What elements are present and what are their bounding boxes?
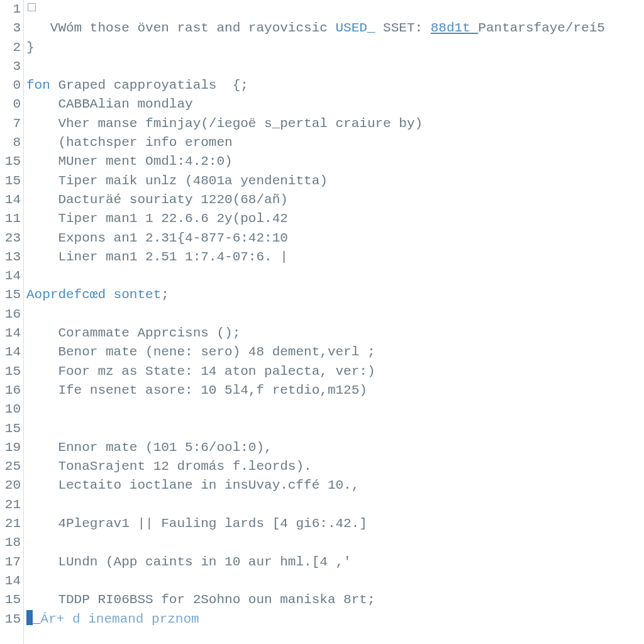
- line-number: 15: [0, 610, 21, 629]
- code-text: ;: [161, 287, 169, 302]
- code-line[interactable]: [26, 533, 644, 552]
- line-number: 17: [0, 553, 21, 572]
- code-line[interactable]: [26, 267, 644, 286]
- code-text: Ife nsenet asore: 10 5l4,f retdio,m125): [26, 383, 367, 397]
- line-number: 3: [0, 57, 21, 76]
- code-line[interactable]: Vher manse fminjay(/iegoë s_pertal craiu…: [26, 114, 644, 133]
- code-line[interactable]: [26, 400, 644, 419]
- code-text: VWóm those öven rast and rayovicsic: [26, 21, 335, 35]
- line-number: 10: [0, 400, 21, 419]
- code-text: Ennor mate (101 5:6/ool:0),: [26, 440, 272, 455]
- line-number: 21: [0, 514, 21, 533]
- code-line[interactable]: Liner man1 2.51 1:7.4-07:6. |: [26, 248, 644, 267]
- line-number: 14: [0, 343, 21, 362]
- code-line[interactable]: [26, 0, 644, 19]
- code-line[interactable]: Tiper maík unlz (4801a yendenitta): [26, 172, 644, 191]
- code-line[interactable]: fon Graped capproyatials {;: [26, 76, 644, 95]
- line-number: 14: [0, 191, 21, 209]
- line-number-gutter: 1323007815151411231314151614141516101519…: [0, 0, 24, 644]
- code-text: LUndn (App caints in 10 aur hml.[4 ,': [26, 555, 352, 569]
- code-line[interactable]: Expons an1 2.31{4-877-6:42:10: [26, 229, 644, 248]
- code-text: Corammate Apprcisns ();: [26, 326, 240, 340]
- code-text: Lectaito ioctlane in insUvay.cffé 10.,: [26, 478, 359, 492]
- code-line[interactable]: }: [26, 38, 644, 57]
- keyword: fon: [26, 78, 58, 92]
- code-line[interactable]: Lectaito ioctlane in insUvay.cffé 10.,: [26, 476, 644, 495]
- code-editor[interactable]: 1323007815151411231314151614141516101519…: [0, 0, 644, 644]
- code-line[interactable]: 4Plegrav1 || Fauling lards [4 gi6:.42.]: [26, 514, 644, 533]
- line-number: 15: [0, 591, 21, 609]
- code-line[interactable]: Benor mate (nene: sero) 48 dement,verl ;: [26, 343, 644, 362]
- line-number: 11: [0, 209, 21, 228]
- ghost-text: Ár+ d inemand prznom: [41, 612, 199, 626]
- code-line[interactable]: Corammate Apprcisns ();: [26, 324, 644, 343]
- line-number: 13: [0, 248, 21, 267]
- line-number: 3: [0, 19, 21, 38]
- code-text: Dacturäé souriaty 1220(68/añ): [26, 192, 288, 207]
- code-line[interactable]: Ife nsenet asore: 10 5l4,f retdio,m125): [26, 381, 644, 400]
- code-text: Tiper maík unlz (4801a yendenitta): [26, 174, 328, 188]
- keyword: USED_: [335, 21, 375, 35]
- code-text: Foor mz as State: 14 aton palecta, ver:): [26, 364, 375, 379]
- line-number: 0: [0, 76, 21, 95]
- line-number: 15: [0, 172, 21, 191]
- code-line[interactable]: MUner ment Omdl:4.2:0): [26, 152, 644, 171]
- line-number: 21: [0, 496, 21, 514]
- code-text: TonaSrajent 12 dromás f.leords).: [26, 459, 312, 474]
- line-number: 23: [0, 229, 21, 248]
- code-line[interactable]: Dacturäé souriaty 1220(68/añ): [26, 191, 644, 209]
- code-line[interactable]: _Ár+ d inemand prznom: [26, 610, 644, 629]
- line-number: 2: [0, 38, 21, 57]
- code-line[interactable]: Foor mz as State: 14 aton palecta, ver:): [26, 362, 644, 381]
- code-line[interactable]: Tiper man1 1 22.6.6 2y(pol.42: [26, 209, 644, 228]
- code-text: TDDP RI06BSS for 2Sohno oun maniska 8rt;: [26, 592, 375, 607]
- code-text: Benor mate (nene: sero) 48 dement,verl ;: [26, 345, 375, 359]
- line-number: 1: [0, 0, 21, 19]
- code-text: SSET:: [375, 21, 431, 35]
- line-number: 14: [0, 572, 21, 591]
- line-number: 16: [0, 305, 21, 324]
- code-line[interactable]: [26, 419, 644, 438]
- code-text: Tiper man1 1 22.6.6 2y(pol.42: [26, 211, 288, 226]
- code-area[interactable]: VWóm those öven rast and rayovicsic USED…: [24, 0, 644, 644]
- code-text: (hatchsper info eromen: [26, 135, 233, 150]
- code-text: 4Plegrav1 || Fauling lards [4 gi6:.42.]: [26, 516, 367, 531]
- code-line[interactable]: [26, 57, 644, 76]
- code-text: Pantarsfaye/reí5: [478, 21, 605, 35]
- line-number: 7: [0, 114, 21, 133]
- code-line[interactable]: [26, 305, 644, 324]
- line-number: 16: [0, 381, 21, 400]
- line-number: 15: [0, 362, 21, 381]
- fold-marker-icon[interactable]: [28, 3, 36, 11]
- line-number: 14: [0, 267, 21, 286]
- line-number: 14: [0, 324, 21, 343]
- code-line[interactable]: [26, 572, 644, 591]
- code-line[interactable]: LUndn (App caints in 10 aur hml.[4 ,': [26, 553, 644, 572]
- code-text: Graped capproyatials {;: [58, 78, 248, 92]
- code-text: }: [26, 40, 35, 55]
- text-cursor-icon: [26, 610, 33, 625]
- code-line[interactable]: Aoprdefcœd sontet;: [26, 286, 644, 304]
- code-text: Vher manse fminjay(/iegoë s_pertal craiu…: [26, 116, 423, 131]
- code-text: Liner man1 2.51 1:7.4-07:6. |: [26, 250, 288, 264]
- line-number: 18: [0, 533, 21, 552]
- code-link[interactable]: 88d1t: [431, 21, 479, 35]
- line-number: 25: [0, 457, 21, 476]
- code-line[interactable]: Ennor mate (101 5:6/ool:0),: [26, 438, 644, 457]
- code-text: _: [33, 612, 41, 626]
- code-text: Expons an1 2.31{4-877-6:42:10: [26, 231, 288, 245]
- line-number: 0: [0, 95, 21, 114]
- line-number: 15: [0, 152, 21, 171]
- code-text: CABBAlian mondlay: [26, 97, 193, 111]
- code-text: MUner ment Omdl:4.2:0): [26, 154, 233, 169]
- code-line[interactable]: TDDP RI06BSS for 2Sohno oun maniska 8rt;: [26, 591, 644, 609]
- line-number: 15: [0, 419, 21, 438]
- code-line[interactable]: [26, 496, 644, 514]
- code-line[interactable]: CABBAlian mondlay: [26, 95, 644, 114]
- line-number: 20: [0, 476, 21, 495]
- code-line[interactable]: (hatchsper info eromen: [26, 133, 644, 152]
- code-line[interactable]: TonaSrajent 12 dromás f.leords).: [26, 457, 644, 476]
- line-number: 15: [0, 286, 21, 304]
- line-number: 19: [0, 438, 21, 457]
- code-line[interactable]: VWóm those öven rast and rayovicsic USED…: [26, 19, 644, 38]
